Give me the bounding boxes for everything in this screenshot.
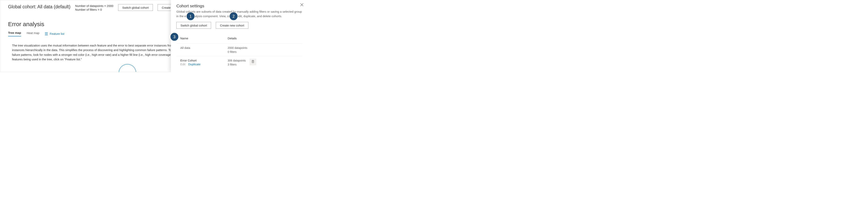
list-icon: [45, 32, 48, 35]
cohort-stats: Number of datapoints = 2000 Number of fi…: [75, 4, 114, 11]
cohort-details-cell: 2000 datapoints 0 filters: [228, 46, 302, 54]
cohort-actions: Edit Duplicate: [180, 62, 228, 66]
panel-description: Global cohorts are subsets of data creat…: [176, 9, 302, 18]
cohort-duplicate-link[interactable]: Duplicate: [188, 62, 200, 66]
cohort-details-text: 306 datapoints 3 filters: [228, 59, 246, 67]
cohort-table-header: Name Details: [176, 36, 302, 40]
cohort-name-cell: All data: [180, 46, 228, 49]
tab-tree-map[interactable]: Tree map: [8, 31, 21, 36]
feature-list-button[interactable]: Feature list: [45, 32, 64, 35]
cohort-name: Error Cohort: [180, 59, 228, 62]
cohort-datapoints: 2000 datapoints: [228, 46, 247, 50]
step-badge-2: 2: [229, 12, 238, 21]
tree-map-description: The tree visualization uses the mutual i…: [8, 43, 197, 61]
datapoints-count: Number of datapoints = 2000: [75, 4, 114, 7]
step-badge-1: 1: [186, 12, 195, 21]
cohort-row: All data 2000 datapoints 0 filters: [176, 44, 302, 56]
cohort-details-text: 2000 datapoints 0 filters: [228, 46, 247, 54]
cohort-name: All data: [180, 46, 228, 49]
cohort-name-cell: Error Cohort Edit Duplicate: [180, 59, 228, 66]
cohort-datapoints: 306 datapoints: [228, 59, 246, 63]
step-badge-3: 3: [170, 32, 179, 41]
col-header-name: Name: [180, 36, 228, 40]
col-header-details: Details: [228, 36, 302, 40]
delete-cohort-button[interactable]: [250, 59, 256, 65]
close-icon[interactable]: [300, 3, 303, 7]
tab-heat-map[interactable]: Heat map: [27, 31, 39, 36]
svg-rect-5: [252, 61, 254, 63]
feature-list-label: Feature list: [50, 32, 64, 35]
cohort-row: Error Cohort Edit Duplicate 306 datapoin…: [176, 56, 302, 69]
cohort-edit-link[interactable]: Edit: [180, 62, 185, 66]
global-cohort-title: Global cohort: All data (default): [8, 4, 70, 9]
panel-title: Cohort settings: [176, 4, 302, 8]
cohort-details-cell: 306 datapoints 3 filters: [228, 59, 302, 67]
panel-create-new-cohort-button[interactable]: Create new cohort: [216, 22, 248, 29]
cohort-filters: 3 filters: [228, 63, 246, 67]
cohort-filters: 0 filters: [228, 50, 247, 54]
panel-switch-global-cohort-button[interactable]: Switch global cohort: [176, 22, 211, 29]
cohort-settings-panel: Cohort settings Global cohorts are subse…: [171, 0, 308, 72]
filters-count: Number of filters = 0: [75, 8, 114, 11]
trash-icon: [251, 60, 254, 64]
switch-global-cohort-button[interactable]: Switch global cohort: [118, 4, 153, 11]
panel-buttons: Switch global cohort Create new cohort: [176, 22, 302, 29]
